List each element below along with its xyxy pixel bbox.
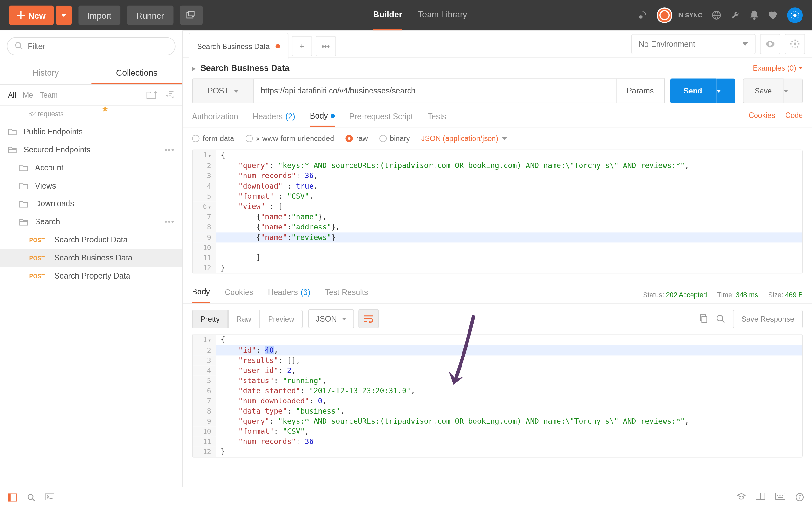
send-dropdown[interactable] [716,78,735,103]
collapse-icon[interactable]: ▸ [192,63,196,72]
method-select[interactable]: POST [192,78,254,103]
scope-all[interactable]: All [8,91,16,99]
satellite-icon[interactable] [638,10,648,20]
tab-authorization[interactable]: Authorization [192,111,238,127]
svg-point-29 [779,495,780,496]
method-label: POST [207,86,229,95]
sidebar-toggle-icon[interactable] [8,493,17,501]
resp-tab-body[interactable]: Body [192,287,210,303]
params-button[interactable]: Params [616,78,664,103]
tab-label: Headers [268,288,298,297]
scope-me[interactable]: Me [23,91,33,99]
resp-tab-cookies[interactable]: Cookies [224,288,253,302]
radio-binary[interactable]: binary [379,134,410,143]
bell-icon[interactable] [750,10,759,20]
view-preview[interactable]: Preview [260,309,303,328]
env-settings-button[interactable] [785,34,805,54]
resp-tab-headers[interactable]: Headers (6) [268,288,310,302]
url-input[interactable] [254,78,616,103]
tab-body[interactable]: Body [310,111,335,127]
user-avatar[interactable] [787,7,803,23]
tab-prerequest[interactable]: Pre-request Script [349,111,413,127]
folder-downloads[interactable]: Downloads [0,194,183,213]
wrench-icon[interactable] [730,10,741,20]
new-button[interactable]: New [9,6,53,25]
response-meta: Status: 202 Accepted Time: 348 ms Size: … [643,291,803,299]
new-dropdown[interactable] [56,6,72,25]
add-tab-button[interactable]: + [292,36,312,56]
wrap-lines-button[interactable] [358,309,379,328]
tab-label: Search Business Data [197,42,270,51]
copy-icon[interactable] [699,314,708,323]
tab-headers[interactable]: Headers (2) [253,111,295,127]
collection-row[interactable]: 32 requests ★ [0,106,183,122]
keyboard-icon[interactable] [775,493,785,502]
two-pane-icon[interactable] [756,493,765,502]
svg-point-5 [640,15,643,19]
help-icon[interactable]: ? [796,493,804,502]
globe-icon[interactable] [711,10,722,20]
folder-icon [19,200,30,207]
request-body-editor[interactable]: 1▾{ 2 "query": "keys:* AND sourceURLs:(t… [192,150,803,274]
folder-search[interactable]: Search ••• [0,213,183,231]
resp-tab-tests[interactable]: Test Results [325,288,368,302]
tab-collections[interactable]: Collections [91,62,182,84]
radio-urlencoded[interactable]: x-www-form-urlencoded [246,134,334,143]
modified-dot-icon [331,114,335,118]
runner-button[interactable]: Runner [127,6,173,25]
open-request-tab[interactable]: Search Business Data [189,33,288,59]
request-search-product[interactable]: POST Search Product Data [0,231,183,249]
find-icon[interactable] [27,493,35,501]
view-raw[interactable]: Raw [228,309,260,328]
radio-formdata[interactable]: form-data [192,134,234,143]
search-response-icon[interactable] [716,314,725,323]
more-icon[interactable]: ••• [164,217,174,226]
folder-secured[interactable]: Secured Endpoints ••• [0,140,183,158]
scope-team[interactable]: Team [40,91,58,99]
save-button[interactable]: Save [743,78,784,103]
environment-select[interactable]: No Environment [631,34,756,54]
count-badge: (2) [286,112,295,120]
save-dropdown[interactable] [784,78,803,103]
heart-icon[interactable] [768,11,778,20]
env-preview-button[interactable] [760,34,780,54]
console-icon[interactable] [45,493,54,501]
unsaved-dot-icon [275,44,280,49]
response-lang-select[interactable]: JSON [308,309,354,328]
tab-history[interactable]: History [0,62,91,84]
request-search-business[interactable]: POST Search Business Data [0,249,183,267]
save-response-button[interactable]: Save Response [733,309,803,328]
folder-label: Public Endpoints [24,127,83,136]
import-button[interactable]: Import [78,6,120,25]
new-window-button[interactable]: + [180,6,202,25]
more-icon[interactable]: ••• [164,145,174,154]
view-pretty[interactable]: Pretty [192,309,228,328]
folder-account[interactable]: Account [0,158,183,176]
folder-public[interactable]: Public Endpoints [0,122,183,140]
svg-line-19 [722,320,724,323]
examples-dropdown[interactable]: Examples (0) [753,64,803,72]
tab-builder[interactable]: Builder [373,0,402,31]
svg-point-31 [782,495,783,496]
cookies-link[interactable]: Cookies [749,111,775,127]
method-badge: POST [30,237,49,243]
tutorial-icon[interactable] [737,493,746,502]
sort-icon[interactable] [165,90,174,99]
response-body-viewer[interactable]: 1▾{ 2 "id": 40, 3 "results": [], 4 "user… [192,334,803,458]
folder-views[interactable]: Views [0,176,183,194]
request-search-property[interactable]: POST Search Property Data [0,267,183,285]
new-folder-icon[interactable]: + [146,90,158,99]
folder-icon [19,164,30,171]
send-button[interactable]: Send [670,78,716,103]
radio-label: raw [356,134,368,143]
tab-tests[interactable]: Tests [427,111,446,127]
content-type-select[interactable]: JSON (application/json) [421,134,507,143]
tab-label: Body [310,111,328,120]
code-link[interactable]: Code [785,111,803,127]
filter-input[interactable] [7,37,175,55]
env-label: No Environment [639,39,695,48]
svg-point-18 [717,315,722,321]
radio-raw[interactable]: raw [345,134,368,143]
tab-team-library[interactable]: Team Library [418,0,467,31]
tab-more-button[interactable]: ••• [315,36,336,56]
